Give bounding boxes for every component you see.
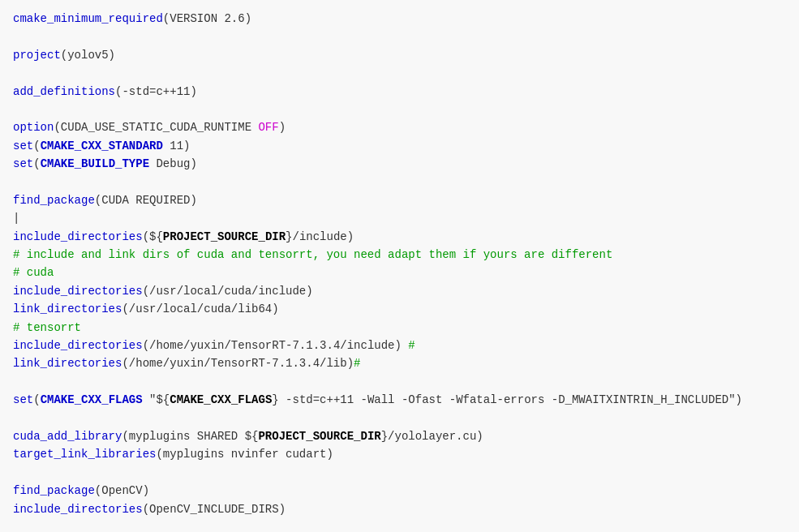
code-line bbox=[13, 464, 786, 482]
code-line: target_link_libraries(myplugins nvinfer … bbox=[13, 445, 786, 463]
code-line bbox=[13, 64, 786, 82]
code-line: cuda_add_library(myplugins SHARED ${PROJ… bbox=[13, 427, 786, 445]
code-line: # tensorrt bbox=[13, 319, 786, 337]
code-line: option(CUDA_USE_STATIC_CUDA_RUNTIME OFF) bbox=[13, 118, 786, 136]
code-line bbox=[13, 174, 786, 191]
code-line: project(yolov5) bbox=[13, 46, 786, 64]
code-line: include_directories(OpenCV_INCLUDE_DIRS) bbox=[13, 500, 786, 518]
code-container: cmake_minimum_required(VERSION 2.6) proj… bbox=[0, 0, 799, 532]
code-line: link_directories(/home/yuxin/TensorRT-7.… bbox=[13, 354, 786, 372]
code-line: include_directories(/home/yuxin/TensorRT… bbox=[13, 337, 786, 354]
code-line bbox=[13, 373, 786, 391]
code-line: find_package(OpenCV) bbox=[13, 482, 786, 500]
code-line bbox=[13, 518, 786, 532]
code-line: set(CMAKE_CXX_STANDARD 11) bbox=[13, 137, 786, 155]
code-line bbox=[13, 410, 786, 427]
code-line: set(CMAKE_BUILD_TYPE Debug) bbox=[13, 155, 786, 173]
code-line: find_package(CUDA REQUIRED) bbox=[13, 191, 786, 209]
code-line: include_directories(${PROJECT_SOURCE_DIR… bbox=[13, 228, 786, 246]
code-line: | bbox=[13, 209, 786, 227]
code-line: # include and link dirs of cuda and tens… bbox=[13, 246, 786, 264]
code-line: set(CMAKE_CXX_FLAGS "${CMAKE_CXX_FLAGS} … bbox=[13, 391, 786, 409]
code-line: include_directories(/usr/local/cuda/incl… bbox=[13, 282, 786, 300]
code-line: # cuda bbox=[13, 264, 786, 281]
code-line bbox=[13, 28, 786, 45]
code-line: cmake_minimum_required(VERSION 2.6) bbox=[13, 10, 786, 28]
code-line bbox=[13, 101, 786, 118]
code-line: link_directories(/usr/local/cuda/lib64) bbox=[13, 300, 786, 318]
code-line: add_definitions(-std=c++11) bbox=[13, 83, 786, 101]
